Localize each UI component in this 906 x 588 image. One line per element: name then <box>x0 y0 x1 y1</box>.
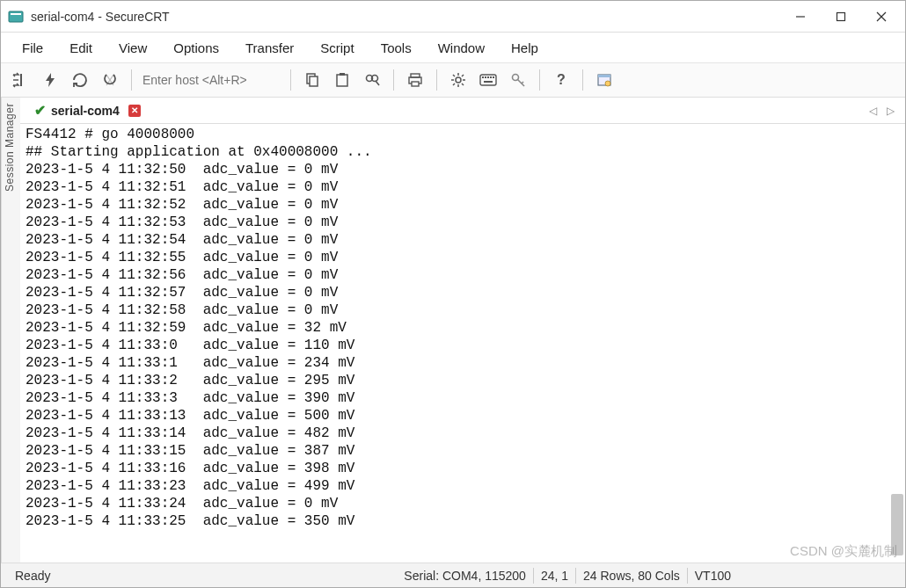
svg-line-23 <box>462 83 464 85</box>
keyboard-icon[interactable] <box>476 68 500 92</box>
menu-script[interactable]: Script <box>310 37 364 59</box>
svg-point-39 <box>605 81 610 86</box>
svg-rect-38 <box>598 75 610 77</box>
svg-rect-1 <box>11 13 21 15</box>
quick-connect-icon[interactable] <box>38 68 62 92</box>
toolbar-separator <box>539 69 540 91</box>
find-icon[interactable] <box>360 68 384 92</box>
svg-rect-30 <box>490 76 492 78</box>
toolbar-separator <box>393 69 394 91</box>
copy-icon[interactable] <box>300 68 325 92</box>
terminal-output[interactable]: FS4412 # go 40008000 ## Starting applica… <box>20 124 905 563</box>
tab-label: serial-com4 <box>51 104 120 118</box>
status-bar: Ready Serial: COM4, 115200 24, 1 24 Rows… <box>1 563 905 587</box>
menu-options[interactable]: Options <box>163 37 230 59</box>
window-title: serial-com4 - SecureCRT <box>31 10 780 24</box>
toolbar-separator <box>131 69 132 91</box>
reconnect-icon[interactable] <box>68 68 92 92</box>
paste-icon[interactable] <box>330 68 354 92</box>
session-manager-tab[interactable]: Session Manager <box>1 98 20 563</box>
key-icon[interactable] <box>506 68 530 92</box>
svg-line-13 <box>376 81 379 85</box>
svg-rect-28 <box>485 76 486 78</box>
status-serial: Serial: COM4, 115200 <box>398 569 531 583</box>
svg-line-24 <box>453 83 455 85</box>
menu-tools[interactable]: Tools <box>370 37 422 59</box>
menu-help[interactable]: Help <box>500 37 549 59</box>
minimize-button[interactable] <box>780 3 821 31</box>
menu-bar: File Edit View Options Transfer Script T… <box>1 33 905 62</box>
status-term: VT100 <box>690 569 736 583</box>
svg-line-35 <box>522 82 523 83</box>
svg-rect-27 <box>482 76 484 78</box>
svg-rect-31 <box>493 76 494 78</box>
toolbar-separator <box>582 69 583 91</box>
tab-bar: ✔ serial-com4 ✕ ◁ ▷ <box>20 98 905 124</box>
help-icon[interactable]: ? <box>549 68 574 92</box>
svg-rect-6 <box>20 74 22 86</box>
toolbar-separator <box>290 69 291 91</box>
menu-window[interactable]: Window <box>427 37 495 59</box>
toolbar-separator <box>436 69 437 91</box>
scrollbar-thumb[interactable] <box>891 494 903 555</box>
svg-rect-10 <box>340 73 345 76</box>
svg-text:?: ? <box>557 72 566 87</box>
host-input[interactable] <box>141 69 281 91</box>
svg-rect-26 <box>480 75 496 85</box>
tab-nav-arrows[interactable]: ◁ ▷ <box>869 105 898 117</box>
svg-rect-29 <box>487 76 489 78</box>
toolbar: ? <box>1 62 905 98</box>
status-size: 24 Rows, 80 Cols <box>578 569 685 583</box>
connected-check-icon: ✔ <box>34 102 46 119</box>
app-icon <box>8 9 24 25</box>
terminal-lines: FS4412 # go 40008000 ## Starting applica… <box>26 126 900 530</box>
menu-file[interactable]: File <box>11 37 54 59</box>
svg-rect-32 <box>484 81 493 83</box>
session-options-icon[interactable] <box>592 68 617 92</box>
menu-edit[interactable]: Edit <box>59 37 103 59</box>
svg-line-22 <box>453 75 455 76</box>
print-icon[interactable] <box>403 68 427 92</box>
status-cursor: 24, 1 <box>536 569 574 583</box>
gear-icon[interactable] <box>446 68 471 92</box>
tab-close-icon[interactable]: ✕ <box>128 105 141 117</box>
svg-rect-0 <box>9 11 23 22</box>
close-button[interactable] <box>861 3 902 31</box>
title-bar: serial-com4 - SecureCRT <box>1 1 905 33</box>
svg-point-17 <box>456 77 461 83</box>
svg-rect-9 <box>337 75 347 86</box>
menu-transfer[interactable]: Transfer <box>235 37 304 59</box>
tab-serial-com4[interactable]: ✔ serial-com4 ✕ <box>27 98 148 122</box>
disconnect-icon[interactable] <box>98 68 122 92</box>
menu-view[interactable]: View <box>108 37 157 59</box>
connect-icon[interactable] <box>8 68 33 92</box>
status-ready: Ready <box>10 569 55 583</box>
svg-rect-3 <box>837 12 845 20</box>
maximize-button[interactable] <box>821 3 861 31</box>
svg-rect-8 <box>310 76 318 86</box>
svg-line-25 <box>462 75 464 76</box>
svg-rect-16 <box>412 82 419 86</box>
